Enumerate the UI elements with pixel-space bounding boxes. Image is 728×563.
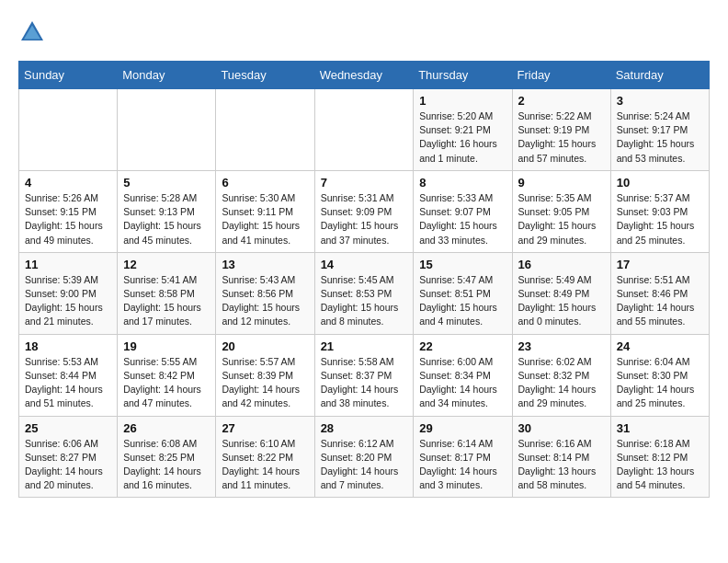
calendar-cell: 3Sunrise: 5:24 AM Sunset: 9:17 PM Daylig… [610,89,709,171]
day-number: 8 [419,176,506,190]
calendar-cell: 7Sunrise: 5:31 AM Sunset: 9:09 PM Daylig… [314,170,414,252]
weekday-header: Sunday [19,62,118,89]
calendar-cell: 9Sunrise: 5:35 AM Sunset: 9:05 PM Daylig… [512,170,610,252]
calendar-week-row: 11Sunrise: 5:39 AM Sunset: 9:00 PM Dayli… [19,252,710,334]
calendar-cell: 23Sunrise: 6:02 AM Sunset: 8:32 PM Dayli… [512,334,610,416]
day-number: 31 [617,421,703,435]
calendar-table: SundayMondayTuesdayWednesdayThursdayFrid… [18,61,710,498]
calendar-cell [19,89,118,171]
calendar-cell: 26Sunrise: 6:08 AM Sunset: 8:25 PM Dayli… [118,416,216,498]
day-info: Sunrise: 6:16 AM Sunset: 8:14 PM Dayligh… [518,437,605,493]
day-number: 24 [617,339,703,353]
day-info: Sunrise: 6:02 AM Sunset: 8:32 PM Dayligh… [518,355,605,411]
day-info: Sunrise: 5:55 AM Sunset: 8:42 PM Dayligh… [123,355,210,411]
day-info: Sunrise: 5:51 AM Sunset: 8:46 PM Dayligh… [617,273,703,329]
day-info: Sunrise: 6:18 AM Sunset: 8:12 PM Dayligh… [617,437,703,493]
day-info: Sunrise: 5:20 AM Sunset: 9:21 PM Dayligh… [419,109,506,166]
day-info: Sunrise: 6:00 AM Sunset: 8:34 PM Dayligh… [419,355,506,411]
page-header [18,18,710,46]
day-info: Sunrise: 5:22 AM Sunset: 9:19 PM Dayligh… [518,109,605,166]
calendar-cell: 27Sunrise: 6:10 AM Sunset: 8:22 PM Dayli… [216,416,314,498]
logo [18,18,50,46]
calendar-cell: 13Sunrise: 5:43 AM Sunset: 8:56 PM Dayli… [216,252,314,334]
day-info: Sunrise: 5:43 AM Sunset: 8:56 PM Dayligh… [222,273,308,329]
calendar-cell: 1Sunrise: 5:20 AM Sunset: 9:21 PM Daylig… [414,89,512,171]
day-info: Sunrise: 5:57 AM Sunset: 8:39 PM Dayligh… [222,355,308,411]
day-number: 21 [321,339,408,353]
calendar-week-row: 4Sunrise: 5:26 AM Sunset: 9:15 PM Daylig… [19,170,710,252]
calendar-cell: 4Sunrise: 5:26 AM Sunset: 9:15 PM Daylig… [19,170,118,252]
day-number: 1 [419,94,506,108]
calendar-cell: 21Sunrise: 5:58 AM Sunset: 8:37 PM Dayli… [314,334,414,416]
calendar-cell: 10Sunrise: 5:37 AM Sunset: 9:03 PM Dayli… [610,170,709,252]
calendar-cell: 8Sunrise: 5:33 AM Sunset: 9:07 PM Daylig… [414,170,512,252]
calendar-cell: 22Sunrise: 6:00 AM Sunset: 8:34 PM Dayli… [414,334,512,416]
day-info: Sunrise: 5:30 AM Sunset: 9:11 PM Dayligh… [222,191,308,247]
day-number: 27 [222,421,308,435]
calendar-cell: 16Sunrise: 5:49 AM Sunset: 8:49 PM Dayli… [512,252,610,334]
day-number: 30 [518,421,605,435]
day-number: 10 [617,176,703,190]
day-number: 20 [222,339,308,353]
day-info: Sunrise: 6:06 AM Sunset: 8:27 PM Dayligh… [25,437,111,493]
calendar-cell [216,89,314,171]
day-info: Sunrise: 5:49 AM Sunset: 8:49 PM Dayligh… [518,273,605,329]
day-info: Sunrise: 6:08 AM Sunset: 8:25 PM Dayligh… [123,437,210,493]
calendar-week-row: 25Sunrise: 6:06 AM Sunset: 8:27 PM Dayli… [19,416,710,498]
day-info: Sunrise: 5:45 AM Sunset: 8:53 PM Dayligh… [321,273,408,329]
day-number: 28 [321,421,408,435]
calendar-cell: 18Sunrise: 5:53 AM Sunset: 8:44 PM Dayli… [19,334,118,416]
day-number: 18 [25,339,111,353]
day-number: 9 [518,176,605,190]
day-number: 6 [222,176,308,190]
calendar-cell: 31Sunrise: 6:18 AM Sunset: 8:12 PM Dayli… [610,416,709,498]
day-info: Sunrise: 5:37 AM Sunset: 9:03 PM Dayligh… [617,191,703,247]
day-number: 19 [123,339,210,353]
day-info: Sunrise: 5:31 AM Sunset: 9:09 PM Dayligh… [321,191,408,247]
day-info: Sunrise: 5:41 AM Sunset: 8:58 PM Dayligh… [123,273,210,329]
calendar-week-row: 18Sunrise: 5:53 AM Sunset: 8:44 PM Dayli… [19,334,710,416]
weekday-header: Thursday [414,62,512,89]
day-number: 11 [25,258,111,271]
calendar-cell [314,89,414,171]
calendar-cell: 11Sunrise: 5:39 AM Sunset: 9:00 PM Dayli… [19,252,118,334]
day-number: 14 [321,258,408,271]
weekday-header: Monday [118,62,216,89]
calendar-cell: 6Sunrise: 5:30 AM Sunset: 9:11 PM Daylig… [216,170,314,252]
day-number: 7 [321,176,408,190]
day-info: Sunrise: 5:35 AM Sunset: 9:05 PM Dayligh… [518,191,605,247]
calendar-cell [118,89,216,171]
day-number: 13 [222,258,308,271]
day-number: 3 [617,94,703,108]
weekday-header-row: SundayMondayTuesdayWednesdayThursdayFrid… [19,62,710,89]
day-number: 25 [25,421,111,435]
weekday-header: Saturday [610,62,709,89]
day-number: 22 [419,339,506,353]
day-number: 5 [123,176,210,190]
day-info: Sunrise: 5:47 AM Sunset: 8:51 PM Dayligh… [419,273,506,329]
day-number: 4 [25,176,111,190]
day-info: Sunrise: 5:24 AM Sunset: 9:17 PM Dayligh… [617,109,703,166]
day-number: 26 [123,421,210,435]
day-info: Sunrise: 5:33 AM Sunset: 9:07 PM Dayligh… [419,191,506,247]
weekday-header: Tuesday [216,62,314,89]
day-info: Sunrise: 6:04 AM Sunset: 8:30 PM Dayligh… [617,355,703,411]
day-info: Sunrise: 6:10 AM Sunset: 8:22 PM Dayligh… [222,437,308,493]
logo-icon [18,18,46,46]
day-number: 29 [419,421,506,435]
calendar-cell: 24Sunrise: 6:04 AM Sunset: 8:30 PM Dayli… [610,334,709,416]
day-info: Sunrise: 5:53 AM Sunset: 8:44 PM Dayligh… [25,355,111,411]
calendar-cell: 15Sunrise: 5:47 AM Sunset: 8:51 PM Dayli… [414,252,512,334]
calendar-cell: 14Sunrise: 5:45 AM Sunset: 8:53 PM Dayli… [314,252,414,334]
day-number: 12 [123,258,210,271]
weekday-header: Wednesday [314,62,414,89]
calendar-cell: 2Sunrise: 5:22 AM Sunset: 9:19 PM Daylig… [512,89,610,171]
calendar-cell: 20Sunrise: 5:57 AM Sunset: 8:39 PM Dayli… [216,334,314,416]
day-number: 16 [518,258,605,271]
day-number: 15 [419,258,506,271]
day-number: 17 [617,258,703,271]
day-info: Sunrise: 5:58 AM Sunset: 8:37 PM Dayligh… [321,355,408,411]
calendar-cell: 12Sunrise: 5:41 AM Sunset: 8:58 PM Dayli… [118,252,216,334]
calendar-cell: 5Sunrise: 5:28 AM Sunset: 9:13 PM Daylig… [118,170,216,252]
weekday-header: Friday [512,62,610,89]
